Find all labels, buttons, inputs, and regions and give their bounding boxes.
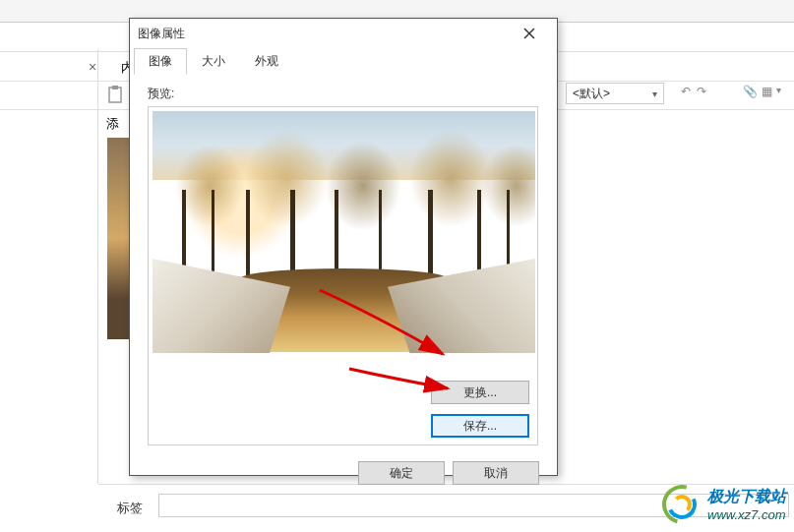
format-dropdown[interactable]: <默认> ▾ bbox=[566, 83, 664, 104]
close-panel-icon[interactable]: × bbox=[89, 59, 96, 75]
dialog-footer: 确定 取消 bbox=[130, 455, 557, 495]
ok-button[interactable]: 确定 bbox=[358, 461, 445, 485]
attachment-icon[interactable]: 📎 bbox=[743, 85, 758, 98]
svg-rect-1 bbox=[112, 86, 118, 89]
image-properties-dialog: 图像属性 图像 大小 外观 预览: bbox=[129, 18, 558, 476]
watermark-logo-icon bbox=[662, 485, 702, 524]
attach-group: 📎 ▦ ▾ bbox=[743, 85, 781, 98]
tab-appearance[interactable]: 外观 bbox=[240, 48, 293, 75]
preview-label: 预览: bbox=[148, 86, 539, 102]
undo-icon[interactable]: ↶ bbox=[681, 85, 691, 98]
paste-icon[interactable] bbox=[105, 85, 125, 104]
preview-box: 更换... 保存... bbox=[148, 106, 538, 445]
undo-redo-group: ↶ ↷ bbox=[681, 85, 706, 98]
dialog-titlebar[interactable]: 图像属性 bbox=[130, 19, 557, 48]
format-dropdown-value: <默认> bbox=[573, 86, 610, 102]
cancel-button[interactable]: 取消 bbox=[453, 461, 539, 485]
tags-label: 标签 bbox=[117, 500, 143, 517]
replace-button[interactable]: 更换... bbox=[431, 381, 529, 404]
preview-image bbox=[153, 111, 535, 353]
dialog-body: 预览: bbox=[130, 76, 557, 455]
chevron-down-icon: ▾ bbox=[652, 89, 657, 99]
panel-divider bbox=[97, 49, 98, 484]
tab-image[interactable]: 图像 bbox=[134, 48, 187, 75]
content-text-fragment: 添 bbox=[106, 115, 119, 133]
dialog-title: 图像属性 bbox=[138, 26, 185, 42]
dialog-close-button[interactable] bbox=[510, 20, 549, 47]
redo-icon[interactable]: ↷ bbox=[697, 85, 706, 98]
watermark: 极光下载站 www.xz7.com bbox=[662, 485, 786, 524]
tab-size[interactable]: 大小 bbox=[187, 48, 240, 75]
watermark-title: 极光下载站 bbox=[707, 487, 786, 507]
svg-rect-0 bbox=[109, 88, 121, 102]
watermark-url: www.xz7.com bbox=[707, 507, 786, 522]
save-button[interactable]: 保存... bbox=[431, 414, 529, 438]
dialog-tabs: 图像 大小 外观 bbox=[130, 48, 557, 76]
chevron-down-icon[interactable]: ▾ bbox=[776, 85, 781, 98]
image-icon[interactable]: ▦ bbox=[762, 85, 772, 98]
